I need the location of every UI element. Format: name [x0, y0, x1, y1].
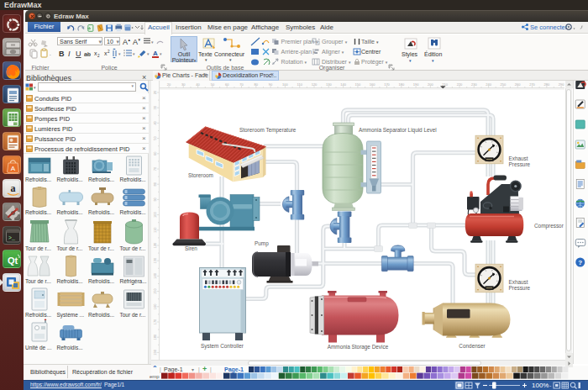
svg-text:40: 40 [196, 82, 200, 87]
svg-text:Pressure: Pressure [509, 285, 531, 291]
svg-text:140: 140 [340, 82, 346, 87]
svg-text:Refroidis...: Refroidis... [25, 177, 51, 182]
svg-text:A: A [10, 165, 15, 172]
svg-text:Refroidis...: Refroidis... [57, 209, 83, 215]
svg-text:Compressor: Compressor [534, 223, 564, 229]
svg-text:Tour de r...: Tour de r... [88, 245, 114, 251]
svg-text:▾: ▾ [133, 51, 135, 56]
svg-text:110: 110 [297, 82, 303, 87]
svg-text:Tour de r...: Tour de r... [120, 245, 146, 251]
svg-text:150: 150 [153, 287, 157, 293]
svg-text:190: 190 [153, 349, 157, 355]
svg-text:120: 120 [312, 82, 318, 87]
svg-text:Tour de r...: Tour de r... [57, 245, 83, 251]
svg-text:290: 290 [559, 82, 564, 87]
svg-text:120: 120 [153, 242, 157, 248]
svg-text:100: 100 [153, 211, 157, 217]
svg-text:Refroidis...: Refroidis... [88, 278, 114, 284]
svg-text:2: 2 [97, 54, 100, 58]
svg-text:150: 150 [355, 82, 361, 87]
svg-text:Refroidis...: Refroidis... [57, 345, 83, 350]
svg-text:160: 160 [370, 82, 375, 87]
svg-text:170: 170 [153, 319, 157, 324]
svg-text:130: 130 [326, 82, 332, 87]
svg-text:130: 130 [153, 257, 157, 263]
svg-text:I: I [68, 50, 71, 58]
svg-text:30: 30 [153, 105, 157, 109]
svg-text:Qt: Qt [7, 256, 18, 266]
svg-text:190: 190 [413, 82, 419, 87]
svg-text:A: A [133, 38, 138, 46]
svg-text:2: 2 [108, 50, 110, 54]
svg-text:▾: ▾ [147, 51, 150, 56]
svg-text:20: 20 [153, 90, 157, 94]
svg-text:180: 180 [153, 334, 157, 340]
svg-text:110: 110 [153, 227, 157, 233]
svg-text:Unité de ...: Unité de ... [25, 345, 52, 350]
svg-text:Exhaust: Exhaust [509, 279, 528, 285]
svg-text:>_: >_ [8, 235, 15, 241]
svg-text:270: 270 [529, 82, 535, 87]
svg-text:a: a [10, 182, 15, 194]
svg-text:180: 180 [398, 82, 404, 87]
svg-text:170: 170 [384, 82, 390, 87]
svg-text:U: U [76, 50, 81, 58]
svg-text:60: 60 [225, 82, 229, 87]
svg-text:Tour de r...: Tour de r... [25, 278, 51, 284]
svg-text:Refroidis...: Refroidis... [120, 177, 146, 182]
svg-text:Système ...: Système ... [57, 312, 85, 319]
svg-text:Condenser: Condenser [459, 343, 486, 349]
svg-text:Storeroom Temperature: Storeroom Temperature [239, 127, 297, 134]
svg-text:Refroidis...: Refroidis... [25, 312, 51, 318]
svg-text:Refroidis...: Refroidis... [25, 209, 51, 215]
svg-text:Ammonia Storage Device: Ammonia Storage Device [328, 344, 389, 350]
svg-text:Refroidis...: Refroidis... [88, 177, 114, 182]
svg-text:-: - [549, 382, 552, 388]
svg-text:ab: ab [84, 51, 91, 57]
svg-text:40: 40 [153, 120, 157, 124]
svg-text:▾: ▾ [139, 37, 141, 42]
svg-text:B: B [59, 50, 65, 58]
svg-text:Siren: Siren [185, 245, 197, 251]
svg-text:280: 280 [543, 82, 549, 87]
svg-text:230: 230 [471, 82, 477, 87]
svg-text:?: ? [578, 259, 582, 266]
svg-text:▾: ▾ [118, 51, 121, 56]
svg-text:160: 160 [153, 303, 157, 309]
svg-text:Tour de r...: Tour de r... [25, 245, 51, 251]
svg-text:Ammonia Separator Liquid Level: Ammonia Separator Liquid Level [359, 127, 437, 134]
svg-text:100%: 100% [532, 382, 549, 389]
svg-text:▴: ▴ [129, 37, 131, 42]
svg-text:210: 210 [442, 82, 448, 87]
svg-text:220: 220 [457, 82, 463, 87]
svg-text:90: 90 [269, 82, 273, 87]
svg-text:50: 50 [211, 82, 215, 87]
svg-text:140: 140 [153, 272, 157, 278]
svg-text:Exhaust: Exhaust [509, 155, 528, 161]
svg-text:100: 100 [282, 82, 288, 87]
svg-text:Refroidis...: Refroidis... [88, 209, 114, 215]
svg-text:-: - [75, 25, 76, 30]
svg-text:60: 60 [153, 151, 157, 155]
svg-text:50: 50 [153, 136, 157, 140]
svg-text:A: A [153, 50, 158, 57]
svg-text:Refroidis...: Refroidis... [57, 177, 83, 182]
svg-text:70: 70 [239, 82, 244, 87]
svg-text:A: A [123, 38, 128, 46]
svg-text:200: 200 [428, 82, 433, 87]
svg-text:Refroidis...: Refroidis... [57, 278, 83, 284]
svg-text:Refroidis...: Refroidis... [88, 312, 114, 318]
svg-text:20: 20 [167, 82, 171, 87]
svg-text:Réfrigéra...: Réfrigéra... [120, 278, 147, 285]
svg-text:260: 260 [515, 82, 521, 87]
svg-text:▾: ▾ [34, 85, 36, 90]
svg-text:80: 80 [255, 82, 259, 87]
svg-text:Tour de r...: Tour de r... [120, 312, 146, 318]
svg-text:▾: ▾ [151, 40, 154, 45]
svg-text:30: 30 [181, 82, 186, 87]
svg-text:System Controller: System Controller [201, 343, 244, 350]
svg-text:-: - [50, 52, 51, 57]
svg-text:Refroidis...: Refroidis... [120, 209, 146, 215]
svg-text:70: 70 [153, 166, 157, 171]
svg-text:80: 80 [153, 182, 157, 186]
